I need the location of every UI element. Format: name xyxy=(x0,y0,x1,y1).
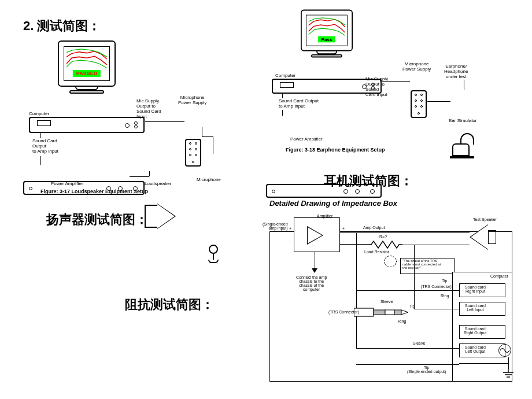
ring-label-1: Ring xyxy=(398,319,406,323)
ring-label-2: Ring xyxy=(441,294,449,298)
ear-sim-label: Ear Simulator xyxy=(449,118,476,123)
sc-right-in: Sound card Right Input xyxy=(465,285,486,293)
earphone-cn-title: 耳机测试简图： xyxy=(324,172,413,190)
earphone-diagram: Pass Computer Mic Supply Output to Sound… xyxy=(254,6,515,156)
minus-in: - xyxy=(289,239,290,243)
trs-label-2: (TRS Connector) xyxy=(421,285,452,289)
poweramp-label-2: Power Amplifier xyxy=(290,136,323,142)
impedance-title: Detailed Drawing of Impedance Box xyxy=(269,199,397,208)
earphone-ut-label: Earphone/ Headphone under test xyxy=(444,64,468,79)
shield-note: "The shield of the TRS cable is not conn… xyxy=(402,259,441,269)
svg-rect-3 xyxy=(394,310,401,315)
amplifier-label: Amplifier xyxy=(317,214,332,218)
sc-left-out: Sound card Left Output xyxy=(465,345,486,353)
computer-label: Computer xyxy=(29,111,49,116)
connect-chassis-label: Connect the amp chassis to the chassis o… xyxy=(296,275,327,291)
mic-supply-label-2: Mic Supply Output to Sound Card Input xyxy=(365,76,388,97)
plus-out: + xyxy=(342,227,345,231)
ear-simulator-icon xyxy=(452,135,481,156)
computer-label-3: Computer xyxy=(490,274,508,278)
impedance-diagram: Amplifier (Single-ended amp input) + - +… xyxy=(264,214,520,393)
ground-icon xyxy=(502,369,515,382)
svg-rect-2 xyxy=(385,310,394,315)
oscillator-icon xyxy=(498,344,511,357)
passed-badge: PASSED xyxy=(73,70,101,77)
poweramp-label: Power Amplifier xyxy=(51,181,83,186)
sleeve-label-2: Sleeve xyxy=(413,341,425,345)
section-title: 2. 测试简图： xyxy=(23,17,101,35)
single-in-label: (Single-ended amp input) xyxy=(263,222,288,230)
soundcard-out-label-2: Sound Card Output to Amp Input xyxy=(279,98,319,109)
loudspeaker-icon xyxy=(145,205,179,237)
minus-out: - xyxy=(342,239,343,243)
loudspeaker-cn-title: 扬声器测试简图： xyxy=(46,211,148,228)
amp-output-label: Amp Output xyxy=(363,226,385,230)
earphone-caption: Figure: 3-18 Earphone Equipment Setup xyxy=(286,147,385,153)
impedance-cn-title: 阻抗测试简图： xyxy=(125,296,214,313)
pass-badge: Pass xyxy=(318,36,335,43)
sc-right-out: Sound card Right Output xyxy=(464,327,486,335)
load-resistor-label: Load Resistor xyxy=(364,250,389,254)
svg-marker-4 xyxy=(401,310,408,315)
trs-connector-icon xyxy=(354,306,412,318)
load-resistor-icon xyxy=(368,241,402,249)
tip-se-out: Tip (Single-ended output) xyxy=(407,365,446,374)
sleeve-label-1: Sleeve xyxy=(380,300,393,304)
mic-supply-label: Mic Supply Output to Sound Card Input xyxy=(136,98,161,119)
loudspeaker-label: Loudspeaker xyxy=(145,181,171,186)
test-speaker-icon xyxy=(470,224,488,250)
svg-rect-1 xyxy=(374,310,385,315)
microphone-label: Microphone xyxy=(197,177,221,182)
r-label: R=? xyxy=(379,235,387,239)
computer-label-2: Computer xyxy=(275,73,295,78)
amplifier-icon xyxy=(307,226,323,245)
tip-label-2: Tip xyxy=(442,279,447,283)
test-speaker-label: Test Speaker xyxy=(473,217,497,221)
soundcard-out-label: Sound Card Output to Amp Input xyxy=(32,138,58,154)
trs-label-1: (TRS Connector) xyxy=(328,310,359,314)
loudspeaker-diagram: PASSED Computer Sound Card Output to Amp… xyxy=(23,40,243,202)
microphone-icon xyxy=(207,245,220,265)
mic-psu-label-2: Microphone Power Supply xyxy=(402,61,431,72)
plus-in: + xyxy=(289,227,291,231)
mic-psu-label: Microphone Power Supply xyxy=(178,95,206,105)
sc-left-in: Sound card Left Input xyxy=(465,304,486,312)
loudspeaker-caption: Figure: 3-17 Loudspeaker Equipment Setup xyxy=(40,189,148,194)
